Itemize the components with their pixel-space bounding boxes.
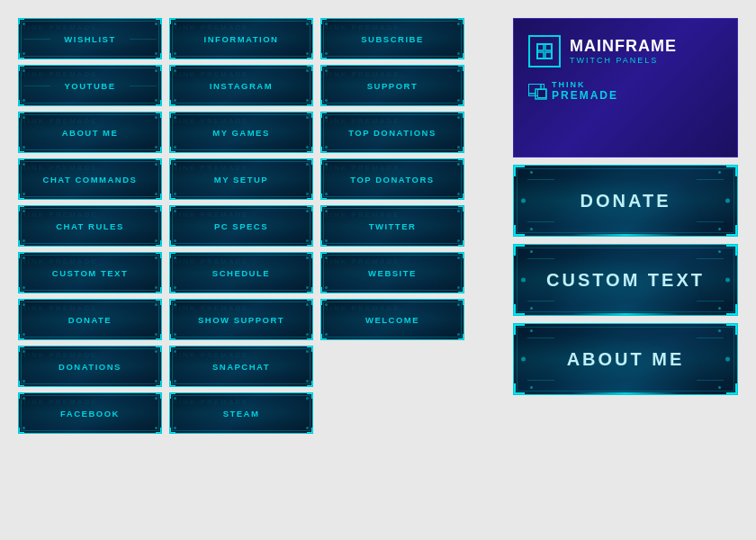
- btn-top-donators[interactable]: THINK PREMADE TOP DONATORS: [320, 158, 464, 200]
- btn-top-donations[interactable]: THINK PREMADE TOP DONATIONS: [320, 112, 464, 153]
- large-btn-custom-text[interactable]: CUSTOM TEXT: [513, 244, 738, 316]
- brand-logo-row: MAINFRAME TWITCH PANELS: [528, 35, 677, 68]
- btn-my-setup[interactable]: THINK PREMADE MY SETUP: [169, 158, 313, 200]
- brand-title-group: MAINFRAME TWITCH PANELS: [570, 38, 677, 65]
- button-column-1: THINK PREMADE WISHLIST THINK PREMADE YOU…: [18, 18, 162, 522]
- btn-steam[interactable]: THINK PREMADE STEAM: [169, 392, 313, 434]
- right-panel: MAINFRAME TWITCH PANELS THINK PREMADE: [513, 18, 738, 522]
- btn-custom-text-1[interactable]: THINK PREMADE CUSTOM TEXT: [18, 252, 162, 293]
- main-container: THINK PREMADE WISHLIST THINK PREMADE YOU…: [0, 0, 756, 540]
- btn-my-games[interactable]: THINK PREMADE MY GAMES: [169, 112, 313, 153]
- btn-schedule[interactable]: THINK PREMADE SCHEDULE: [169, 252, 313, 293]
- brand-icon: [528, 35, 561, 68]
- brand-card: MAINFRAME TWITCH PANELS THINK PREMADE: [513, 18, 738, 158]
- svg-rect-2: [537, 52, 544, 58]
- btn-chat-rules[interactable]: THINK PREMADE CHAT RULES: [18, 205, 162, 247]
- btn-information[interactable]: THINK PREMADE INFORMATION: [169, 18, 313, 59]
- svg-rect-4: [528, 84, 541, 94]
- sub-premade-label: PREMADE: [552, 89, 618, 102]
- sub-think-label: THINK: [552, 80, 618, 89]
- btn-subscribe[interactable]: THINK PREMADE SUBSCRIBE: [320, 18, 464, 59]
- btn-wishlist[interactable]: THINK PREMADE WISHLIST: [18, 18, 162, 59]
- brand-sub-logo: THINK PREMADE: [528, 80, 618, 102]
- btn-facebook[interactable]: THINK PREMADE FACEBOOK: [18, 392, 162, 434]
- large-btn-about-me[interactable]: ABOUT ME: [513, 323, 738, 395]
- button-column-2: THINK PREMADE INFORMATION THINK PREMADE …: [169, 18, 313, 522]
- svg-rect-0: [537, 44, 544, 50]
- svg-rect-3: [545, 52, 552, 58]
- btn-donations[interactable]: THINK PREMADE DONATIONS: [18, 346, 162, 387]
- btn-donate-1[interactable]: THINK PREMADE DONATE: [18, 299, 162, 340]
- svg-rect-5: [536, 89, 546, 99]
- large-btn-donate[interactable]: DONATE: [513, 165, 738, 237]
- btn-youtube[interactable]: THINK PREMADE YOUTUBE: [18, 65, 162, 106]
- btn-about-me[interactable]: THINK PREMADE ABOUT ME: [18, 112, 162, 153]
- sub-text-group: THINK PREMADE: [552, 80, 618, 102]
- btn-twitter[interactable]: THINK PREMADE TWITTER: [320, 205, 464, 247]
- btn-chat-commands[interactable]: THINK PREMADE CHAT COMMANDS: [18, 158, 162, 200]
- sub-icon: [528, 84, 546, 98]
- btn-website[interactable]: THINK PREMADE WEBSITE: [320, 252, 464, 293]
- btn-snapchat[interactable]: THINK PREMADE SNAPCHAT: [169, 346, 313, 387]
- btn-pc-specs[interactable]: THINK PREMADE PC SPECS: [169, 205, 313, 247]
- btn-instagram[interactable]: THINK PREMADE INSTAGRAM: [169, 65, 313, 106]
- brand-title: MAINFRAME: [570, 38, 677, 56]
- btn-support[interactable]: THINK PREMADE SUPPORT: [320, 65, 464, 106]
- buttons-area: THINK PREMADE WISHLIST THINK PREMADE YOU…: [18, 18, 504, 522]
- button-column-3: THINK PREMADE SUBSCRIBE THINK PREMADE SU…: [320, 18, 464, 522]
- brand-subtitle: TWITCH PANELS: [570, 56, 677, 65]
- btn-show-support[interactable]: THINK PREMADE SHOW SUPPORT: [169, 299, 313, 340]
- svg-rect-1: [545, 44, 552, 50]
- btn-welcome[interactable]: THINK PREMADE WELCOME: [320, 299, 464, 340]
